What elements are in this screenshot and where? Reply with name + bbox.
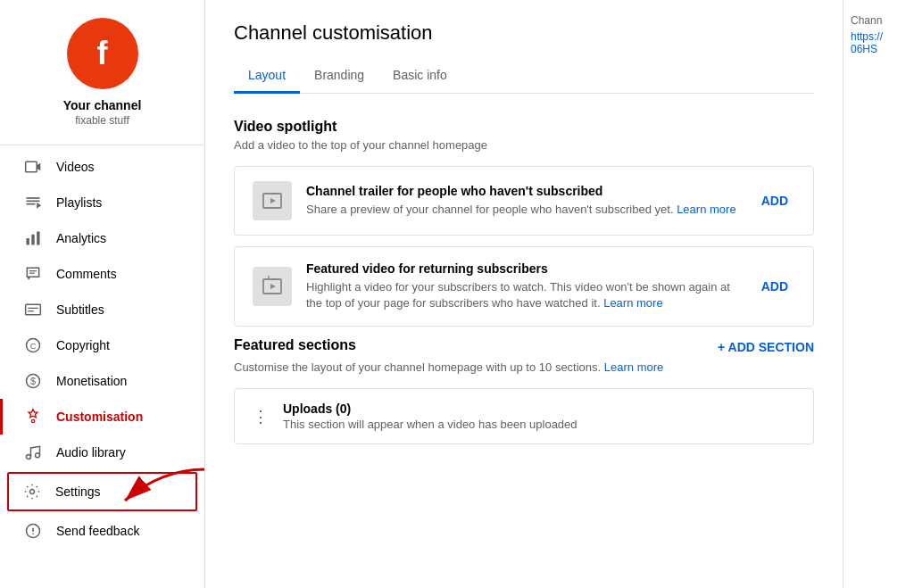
right-panel-url: https:// (851, 30, 907, 43)
comments-icon (24, 265, 42, 283)
sidebar-label-playlists: Playlists (56, 195, 102, 210)
featured-video-learn-more[interactable]: Learn more (603, 296, 662, 310)
sidebar: f Your channel fixable stuff Videos Play… (0, 0, 205, 588)
analytics-icon (24, 229, 42, 247)
sidebar-item-playlists[interactable]: Playlists (0, 185, 204, 220)
tabs-bar: Layout Branding Basic info (234, 59, 814, 94)
tab-basic-info[interactable]: Basic info (378, 59, 461, 94)
audio-icon (24, 443, 42, 461)
tab-layout[interactable]: Layout (234, 59, 300, 94)
drag-handle-icon[interactable]: ⋮ (253, 407, 269, 427)
tab-branding[interactable]: Branding (300, 59, 378, 94)
page-title: Channel customisation (234, 21, 814, 45)
settings-icon (23, 483, 41, 501)
channel-name: Your channel (63, 98, 142, 112)
featured-video-desc: Highlight a video for your subscribers t… (306, 279, 740, 311)
featured-video-card: Featured video for returning subscribers… (234, 246, 814, 327)
sidebar-item-comments[interactable]: Comments (0, 256, 204, 292)
sidebar-label-videos: Videos (56, 160, 95, 174)
channel-trailer-learn-more[interactable]: Learn more (677, 203, 735, 216)
svg-text:$: $ (30, 376, 36, 386)
svg-rect-6 (31, 235, 34, 245)
sidebar-item-customisation[interactable]: Customisation (0, 399, 204, 435)
featured-sections-title: Featured sections (234, 337, 356, 353)
sidebar-label-customisation: Customisation (56, 410, 143, 424)
sidebar-label-comments: Comments (56, 267, 117, 281)
featured-video-title: Featured video for returning subscribers (306, 261, 740, 276)
svg-point-18 (27, 455, 31, 460)
copyright-icon: C (24, 336, 42, 354)
add-section-button[interactable]: + ADD SECTION (718, 340, 814, 354)
sidebar-item-settings[interactable]: Settings (7, 472, 197, 511)
channel-avatar: f (67, 18, 138, 89)
customisation-icon (24, 408, 42, 426)
sidebar-label-audio-library: Audio library (56, 445, 126, 460)
svg-point-19 (36, 453, 40, 458)
channel-trailer-add-button[interactable]: ADD (754, 194, 795, 208)
sidebar-label-copyright: Copyright (56, 338, 110, 352)
monetisation-icon: $ (24, 372, 42, 390)
sidebar-item-copyright[interactable]: C Copyright (0, 327, 204, 363)
main-content: Channel customisation Layout Branding Ba… (205, 0, 843, 588)
featured-sections-subtitle: Customise the layout of your channel hom… (234, 360, 814, 374)
playlist-icon (24, 194, 42, 211)
uploads-text: Uploads (0) This section will appear whe… (283, 402, 577, 431)
uploads-card: ⋮ Uploads (0) This section will appear w… (234, 388, 814, 444)
sidebar-label-monetisation: Monetisation (56, 374, 127, 388)
uploads-title: Uploads (0) (283, 402, 577, 416)
sidebar-item-videos[interactable]: Videos (0, 149, 204, 185)
right-panel-url2: 06HS (851, 43, 907, 55)
channel-trailer-text: Channel trailer for people who haven't s… (306, 184, 740, 218)
svg-rect-10 (26, 304, 41, 315)
sidebar-label-settings: Settings (55, 484, 101, 499)
featured-video-add-button[interactable]: ADD (754, 279, 795, 294)
sidebar-item-audio-library[interactable]: Audio library (0, 435, 204, 470)
svg-text:C: C (30, 342, 37, 351)
channel-trailer-desc: Share a preview of your channel for peop… (306, 202, 740, 218)
svg-rect-7 (37, 232, 39, 245)
sidebar-item-subtitles[interactable]: Subtitles (0, 292, 204, 327)
uploads-desc: This section will appear when a video ha… (283, 418, 577, 431)
channel-handle: fixable stuff (75, 114, 129, 127)
feedback-icon (24, 522, 42, 540)
channel-trailer-title: Channel trailer for people who haven't s… (306, 184, 740, 198)
featured-sections-learn-more[interactable]: Learn more (604, 360, 663, 374)
svg-point-17 (31, 419, 34, 422)
featured-video-icon (253, 267, 292, 306)
video-icon (24, 158, 42, 176)
channel-trailer-icon (253, 181, 292, 220)
right-panel-label: Chann (851, 14, 907, 27)
right-panel: Chann https:// 06HS (843, 0, 914, 588)
svg-rect-5 (27, 238, 29, 245)
video-spotlight-title: Video spotlight (234, 119, 814, 135)
sidebar-label-analytics: Analytics (56, 231, 106, 245)
sidebar-item-monetisation[interactable]: $ Monetisation (0, 363, 204, 399)
svg-marker-4 (37, 203, 41, 209)
channel-trailer-card: Channel trailer for people who haven't s… (234, 166, 814, 236)
svg-rect-0 (26, 161, 37, 172)
video-spotlight-subtitle: Add a video to the top of your channel h… (234, 138, 814, 152)
avatar-initial: f (97, 35, 108, 72)
subtitles-icon (24, 301, 42, 319)
sidebar-label-subtitles: Subtitles (56, 302, 104, 317)
featured-video-text: Featured video for returning subscribers… (306, 261, 740, 311)
sidebar-label-feedback: Send feedback (56, 524, 139, 538)
featured-sections-header: Featured sections + ADD SECTION (234, 337, 814, 357)
sidebar-item-send-feedback[interactable]: Send feedback (0, 513, 204, 549)
sidebar-divider (0, 145, 204, 145)
video-spotlight-section: Video spotlight Add a video to the top o… (234, 119, 814, 327)
featured-sections: Featured sections + ADD SECTION Customis… (234, 337, 814, 444)
svg-point-20 (30, 490, 35, 494)
sidebar-item-analytics[interactable]: Analytics (0, 220, 204, 256)
svg-point-23 (32, 534, 34, 535)
